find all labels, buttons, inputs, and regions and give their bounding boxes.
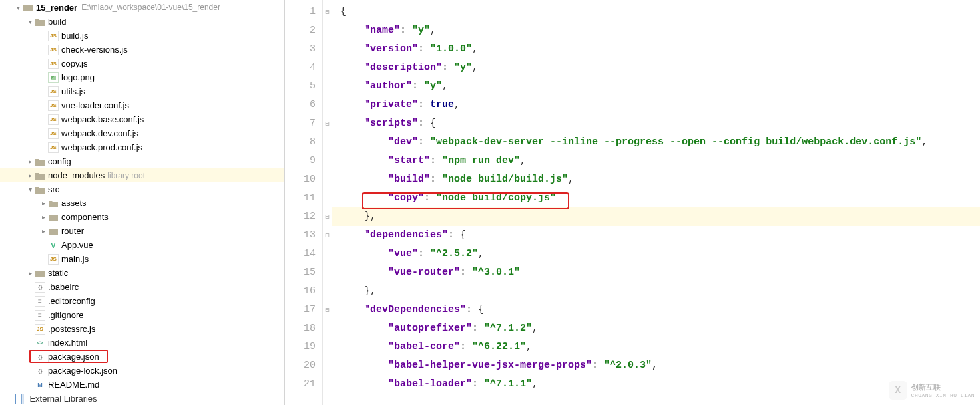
tree-item[interactable]: ▾build [0, 15, 284, 29]
chevron-right-icon[interactable]: ▸ [39, 227, 48, 236]
js-icon [48, 86, 59, 97]
line-number[interactable]: 19 [292, 338, 322, 356]
code-line[interactable]: "dev": "webpack-dev-server --inline --pr… [332, 133, 980, 152]
code-line[interactable]: "scripts": { [332, 114, 980, 133]
fold-marker[interactable]: ⊟ [323, 207, 332, 226]
line-number[interactable]: 20 [292, 356, 322, 375]
line-number[interactable]: 8 [292, 133, 322, 152]
tree-item[interactable]: build.js [0, 29, 284, 43]
line-number[interactable]: 2 [292, 21, 322, 40]
tree-item[interactable]: ▸static [0, 266, 284, 280]
tree-item[interactable]: ▸node_moduleslibrary root [0, 168, 284, 182]
line-number[interactable]: 1 [292, 3, 322, 21]
chevron-right-icon[interactable]: ▸ [39, 199, 48, 208]
tree-item[interactable]: package-lock.json [0, 364, 284, 378]
tree-item[interactable]: check-versions.js [0, 43, 284, 57]
code-line[interactable]: { [332, 3, 980, 21]
tree-item[interactable]: README.md [0, 378, 284, 392]
fold-marker[interactable]: ⊟ [323, 226, 332, 245]
chevron-right-icon[interactable]: ▸ [25, 171, 35, 180]
tree-item[interactable]: ▾src [0, 182, 284, 196]
tree-item[interactable]: copy.js [0, 57, 284, 70]
tree-item[interactable]: utils.js [0, 84, 284, 98]
code-line[interactable]: "private": true, [332, 96, 980, 114]
line-number[interactable]: 11 [292, 189, 322, 207]
code-line[interactable]: "dependencies": { [332, 226, 980, 245]
tree-item[interactable]: .editorconfig [0, 294, 284, 308]
line-number[interactable]: 3 [292, 40, 322, 59]
fold-marker [323, 263, 332, 282]
tree-item[interactable]: ▸components [0, 210, 284, 224]
file-tree[interactable]: ▾buildbuild.jscheck-versions.jscopy.jslo… [0, 15, 284, 392]
line-number[interactable]: 10 [292, 170, 322, 189]
chevron-down-icon[interactable]: ▾ [25, 17, 35, 27]
code-line[interactable]: "vue-router": "^3.0.1" [332, 263, 980, 282]
tree-item[interactable]: webpack.base.conf.js [0, 112, 284, 126]
line-number[interactable]: 12 [292, 207, 322, 226]
tree-item[interactable]: webpack.dev.conf.js [0, 126, 284, 140]
line-number[interactable]: 13 [292, 226, 322, 245]
code-line[interactable]: "name": "y", [332, 21, 980, 40]
line-number[interactable]: 17 [292, 301, 322, 319]
line-number[interactable]: 15 [292, 263, 322, 282]
line-number[interactable]: 18 [292, 319, 322, 338]
breadcrumb[interactable]: ▾ 15_render E:\miaov_workspace\01-vue\15… [0, 0, 284, 15]
fold-marker [323, 338, 332, 356]
code-line[interactable]: }, [332, 207, 980, 226]
code-line[interactable]: "autoprefixer": "^7.1.2", [332, 319, 980, 338]
code-line[interactable]: "description": "y", [332, 59, 980, 77]
external-libraries[interactable]: ║║ External Libraries [0, 392, 284, 405]
line-number[interactable]: 14 [292, 245, 322, 263]
chevron-right-icon[interactable]: ▸ [39, 213, 48, 222]
line-number[interactable]: 16 [292, 282, 322, 301]
tree-item[interactable]: App.vue [0, 238, 284, 252]
library-icon: ║║ [13, 394, 25, 404]
tree-item[interactable]: ▸router [0, 224, 284, 238]
code-line[interactable]: "babel-helper-vue-jsx-merge-props": "^2.… [332, 356, 980, 375]
chevron-down-icon[interactable]: ▾ [13, 3, 23, 12]
line-number[interactable]: 4 [292, 59, 322, 77]
line-number[interactable]: 9 [292, 152, 322, 170]
tree-item[interactable]: webpack.prod.conf.js [0, 140, 284, 154]
line-number[interactable]: 5 [292, 77, 322, 96]
line-number[interactable]: 21 [292, 375, 322, 394]
tree-item[interactable]: ▸config [0, 154, 284, 168]
fold-marker[interactable]: ⊟ [323, 3, 332, 21]
tree-item[interactable]: .postcssrc.js [0, 322, 284, 336]
line-number-gutter[interactable]: 123456789101112131415161718192021 [292, 0, 323, 405]
code-line[interactable]: "build": "node build/build.js", [332, 170, 980, 189]
project-tree-panel[interactable]: ▾ 15_render E:\miaov_workspace\01-vue\15… [0, 0, 284, 405]
fold-gutter[interactable]: ⊟⊟⊟⊟⊟ [323, 0, 332, 405]
project-path: E:\miaov_workspace\01-vue\15_render [81, 3, 220, 12]
tree-item[interactable]: package.json [0, 350, 284, 364]
code-line[interactable]: "babel-loader": "^7.1.1", [332, 375, 980, 394]
fold-marker[interactable]: ⊟ [323, 114, 332, 133]
chevron-right-icon[interactable]: ▸ [25, 269, 35, 278]
tree-item-label: webpack.dev.conf.js [61, 128, 138, 138]
chevron-down-icon[interactable]: ▾ [25, 185, 35, 194]
code-line[interactable]: "devDependencies": { [332, 301, 980, 319]
fold-marker[interactable]: ⊟ [323, 301, 332, 319]
code-line[interactable]: "copy": "node build/copy.js" [332, 189, 980, 207]
tree-item-label: src [48, 184, 59, 194]
code-area[interactable]: { "name": "y", "version": "1.0.0", "desc… [332, 0, 980, 405]
code-line[interactable]: "babel-core": "^6.22.1", [332, 338, 980, 356]
tree-item[interactable]: main.js [0, 252, 284, 266]
code-line[interactable]: "start": "npm run dev", [332, 152, 980, 170]
code-line[interactable]: "version": "1.0.0", [332, 40, 980, 59]
js-icon [48, 128, 59, 139]
tree-item[interactable]: logo.png [0, 70, 284, 84]
chevron-right-icon[interactable]: ▸ [25, 157, 35, 166]
tree-item[interactable]: .gitignore [0, 308, 284, 322]
line-number[interactable]: 6 [292, 96, 322, 114]
html-icon [35, 338, 45, 348]
tree-item[interactable]: vue-loader.conf.js [0, 98, 284, 112]
tree-item[interactable]: ▸assets [0, 196, 284, 210]
code-line[interactable]: "vue": "^2.5.2", [332, 245, 980, 263]
tree-item[interactable]: .babelrc [0, 280, 284, 294]
code-line[interactable]: }, [332, 282, 980, 301]
code-line[interactable]: "author": "y", [332, 77, 980, 96]
code-editor[interactable]: 123456789101112131415161718192021 ⊟⊟⊟⊟⊟ … [287, 0, 980, 405]
tree-item[interactable]: index.html [0, 336, 284, 350]
line-number[interactable]: 7 [292, 114, 322, 133]
